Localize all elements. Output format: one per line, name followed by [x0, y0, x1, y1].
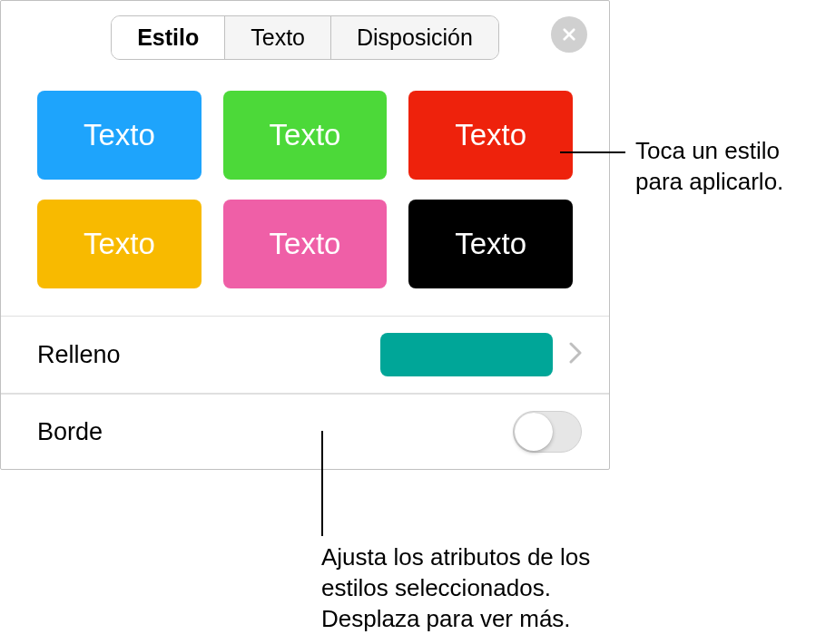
- border-controls: [513, 411, 582, 453]
- toggle-knob: [515, 413, 553, 451]
- tab-layout[interactable]: Disposición: [331, 16, 498, 59]
- fill-row[interactable]: Relleno: [1, 316, 609, 393]
- tab-text[interactable]: Texto: [225, 16, 331, 59]
- style-preset-4[interactable]: Texto: [37, 200, 202, 288]
- fill-controls: [380, 333, 582, 376]
- border-row: Borde: [1, 394, 609, 469]
- border-toggle[interactable]: [513, 411, 582, 453]
- fill-label: Relleno: [37, 341, 121, 369]
- tab-bar-wrapper: Estilo Texto Disposición: [1, 1, 609, 67]
- callout-bottom: Ajusta los atributos de los estilos sele…: [321, 542, 621, 634]
- tab-style[interactable]: Estilo: [112, 16, 225, 59]
- style-preset-6[interactable]: Texto: [408, 200, 573, 288]
- style-preset-2[interactable]: Texto: [223, 91, 388, 180]
- close-button[interactable]: [551, 16, 587, 53]
- style-preset-1[interactable]: Texto: [37, 91, 202, 180]
- close-icon: [561, 26, 577, 43]
- tab-bar: Estilo Texto Disposición: [111, 15, 499, 60]
- callout-top: Toca un estilo para aplicarlo.: [635, 136, 808, 198]
- style-presets-grid: Texto Texto Texto Texto Texto Texto: [1, 67, 609, 316]
- callout-line-top: [560, 151, 625, 153]
- border-label: Borde: [37, 418, 103, 446]
- style-preset-5[interactable]: Texto: [223, 200, 388, 288]
- chevron-right-icon: [569, 342, 582, 367]
- format-panel: Estilo Texto Disposición Texto Texto Tex…: [0, 0, 610, 470]
- style-preset-3[interactable]: Texto: [408, 91, 573, 180]
- callout-line-bottom: [321, 431, 323, 536]
- fill-color-swatch[interactable]: [380, 333, 553, 376]
